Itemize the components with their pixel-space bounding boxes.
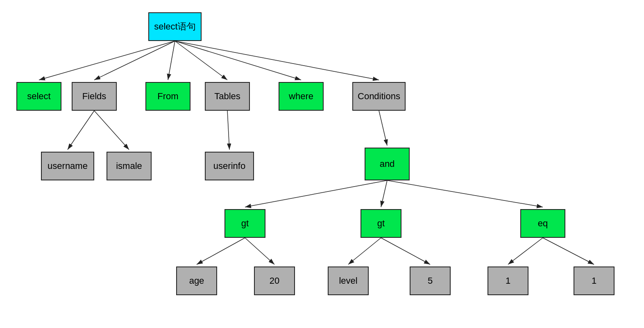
node-one1: 1 xyxy=(488,266,528,295)
node-userinfo: userinfo xyxy=(205,152,254,180)
svg-line-9 xyxy=(227,111,229,150)
svg-line-14 xyxy=(197,238,245,264)
svg-line-10 xyxy=(379,111,387,146)
svg-line-12 xyxy=(381,180,387,207)
svg-line-6 xyxy=(175,41,379,80)
svg-line-16 xyxy=(348,238,381,264)
svg-line-1 xyxy=(39,41,175,80)
node-20: 20 xyxy=(254,266,295,295)
svg-line-18 xyxy=(508,238,543,264)
node-username: username xyxy=(41,152,94,180)
node-root: select语句 xyxy=(148,12,202,41)
node-tables: Tables xyxy=(205,82,250,111)
svg-line-3 xyxy=(168,41,175,80)
tree-diagram: 520select语句selectFieldsFromTableswhereCo… xyxy=(0,0,644,328)
svg-line-19 xyxy=(543,238,594,264)
svg-line-13 xyxy=(387,180,543,207)
node-gt1: gt xyxy=(224,209,265,238)
node-gt2: gt xyxy=(361,209,401,238)
svg-line-11 xyxy=(245,180,387,207)
node-and: and xyxy=(365,148,410,180)
node-one2: 1 xyxy=(574,266,615,295)
svg-line-8 xyxy=(94,111,129,150)
svg-line-2 xyxy=(94,41,175,80)
node-5: 5 xyxy=(410,266,451,295)
node-where: where xyxy=(279,82,324,111)
node-fields: Fields xyxy=(72,82,117,111)
node-eq: eq xyxy=(520,209,565,238)
svg-line-17 xyxy=(381,238,430,264)
svg-line-7 xyxy=(68,111,94,150)
node-conditions: Conditions xyxy=(352,82,406,111)
node-select: select xyxy=(16,82,61,111)
svg-line-4 xyxy=(175,41,227,80)
node-age: age xyxy=(176,266,217,295)
node-from: From xyxy=(145,82,190,111)
node-level: level xyxy=(328,266,369,295)
node-ismale: ismale xyxy=(107,152,152,180)
connection-lines xyxy=(0,0,644,328)
svg-line-15 xyxy=(245,238,274,264)
svg-line-5 xyxy=(175,41,301,80)
